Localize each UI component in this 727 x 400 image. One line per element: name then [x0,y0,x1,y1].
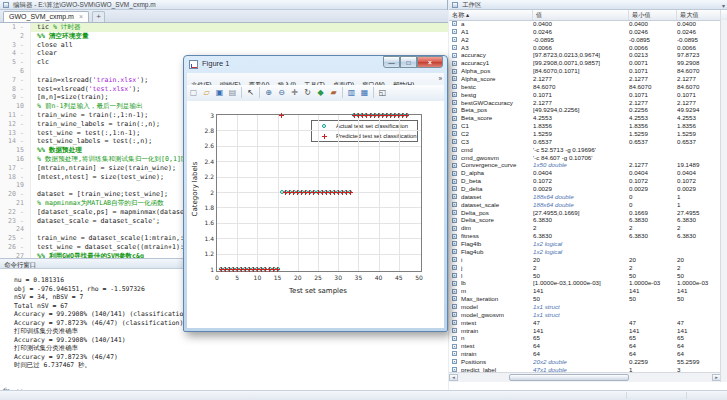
workspace-row[interactable]: ntest646464 [449,342,721,350]
command-prompt-row[interactable]: fx >> [2,379,25,388]
code-token: [mtrain,ntrain] = size(train_wine); [37,164,176,172]
variable-max: 64 [677,342,721,350]
variable-grid-icon [452,249,457,254]
variable-grid-icon [452,281,457,286]
new-tab-button[interactable]: + [92,11,105,22]
variable-max: 97.8723 [677,51,721,59]
column-header-name[interactable]: 名称 ▴ [449,10,533,20]
insert-legend-icon[interactable]: ▦ [359,87,370,98]
workspace-row[interactable]: C11.83561.83561.8356 [449,122,721,130]
command-output-line: 时间已过 6.737467 秒。 [14,361,440,370]
variable-min: 0.0029 [629,185,675,193]
column-header-max[interactable]: 最大值 [677,10,721,20]
variable-value: 47 [533,319,627,327]
workspace-row[interactable]: Alpha_pos[84.6070,0.1071]0.107184.6070 [449,67,721,75]
workspace-row[interactable]: m141141141 [449,287,721,295]
rotate-3d-icon[interactable]: ↻ [302,87,313,98]
scrollbar-thumb[interactable] [509,374,629,381]
workspace-row[interactable]: i202020 [449,256,721,264]
workspace-row[interactable]: D_beta0.10720.10720.1072 [449,177,721,185]
y-tick-label: 2.4 [200,158,214,165]
workspace-row[interactable]: n656565 [449,334,721,342]
workspace-row[interactable]: accuracy1[99.2908,0.0071,0.9857]0.007199… [449,59,721,67]
variable-max: 65 [677,334,721,342]
workspace-row[interactable]: mtest474747 [449,319,721,327]
tab-close-icon[interactable]: × [79,13,83,20]
code-line[interactable]: 2%% 清空环境变量 [0,32,448,41]
menu-overflow-icon[interactable]: » [438,73,442,85]
workspace-row[interactable]: Flag4lb1x2 logical [449,240,721,248]
save-icon[interactable]: ▣ [214,87,225,98]
variable-name: A2 [461,36,531,44]
workspace-row[interactable]: Max_iteration505050 [449,295,721,303]
tab-gwo-svm-file[interactable]: GWO_SVM_cxmp.m× [3,11,89,22]
workspace-row[interactable]: dim222 [449,224,721,232]
data-cursor-icon[interactable]: ◆ [315,87,326,98]
workspace-row[interactable]: bestc84.607084.607084.6070 [449,83,721,91]
code-line[interactable]: 1 -tic % 计时器 [0,23,448,32]
workspace-row[interactable]: Convergence_curve1x50 double2.127719.148… [449,161,721,169]
cursor-arrow-icon[interactable]: ↖ [245,87,256,98]
zoom-out-icon[interactable]: ⊖ [276,87,287,98]
scroll-left-icon[interactable]: ◂ [449,374,458,381]
zoom-in-icon[interactable]: ⊕ [263,87,274,98]
workspace-row[interactable]: dataset188x64 double01 [449,193,721,201]
close-button[interactable]: × [417,56,443,68]
workspace-row[interactable]: A2-0.0895-0.0895-0.0895 [449,36,721,44]
workspace-row[interactable]: Positions20x2 double0.225955.2599 [449,358,721,366]
brush-data-icon[interactable]: ▰ [328,87,339,98]
workspace-row[interactable]: A30.00660.00660.0066 [449,44,721,52]
cross-stroke [289,190,290,195]
variable-max: 0.0404 [677,169,721,177]
workspace-row[interactable]: D_delta0.00290.00290.0029 [449,185,721,193]
workspace-row[interactable]: lb[1.0000e-03,1.0000e-03]1.0000e-031.000… [449,279,721,287]
code-token: [m,n]=size(train); [37,93,108,101]
workspace-row[interactable]: Delta_score6.38306.38306.3830 [449,216,721,224]
pan-hand-icon[interactable]: ✛ [289,87,300,98]
variable-grid-icon [452,320,457,325]
workspace-row[interactable]: dataset_scale188x64 double01 [449,201,721,209]
workspace-row[interactable]: C30.65370.65370.6537 [449,138,721,146]
workspace-row[interactable]: bestg0.10710.10710.1071 [449,91,721,99]
cross-stroke [257,267,258,272]
column-header-value[interactable]: 值 [533,10,629,20]
line-number: 13 - [0,129,31,138]
code-line[interactable]: 3 -close all [0,41,448,50]
print-icon[interactable]: ▤ [227,87,238,98]
workspace-horizontal-scrollbar[interactable]: ◂ ▸ [449,372,721,382]
workspace-row[interactable]: cmd'-c 52.5713 -g 0.19696' [449,146,721,154]
workspace-row[interactable]: accuracy[97.8723,0.0213,0.9674]0.021397.… [449,51,721,59]
workspace-row[interactable]: model_gwosvm1x1 struct [449,311,721,319]
workspace-row[interactable]: Alpha_score2.12772.12772.1277 [449,75,721,83]
workspace-row[interactable]: Flag4ub1x2 logical [449,248,721,256]
editor-icon [3,2,9,8]
maximize-button[interactable]: □ [400,56,417,68]
variable-max: 27.4955 [677,209,721,217]
workspace-row[interactable]: Delta_pos[27.4955,0.1669]0.166927.4955 [449,209,721,217]
workspace-row[interactable]: fitness6.38306.38306.3830 [449,232,721,240]
workspace-row[interactable]: bestGWOaccuracy2.12772.12772.1277 [449,99,721,107]
workspace-row[interactable]: Beta_score4.25534.25534.2553 [449,114,721,122]
plot-axes[interactable]: Actual test set classificationPredicted … [216,114,422,272]
workspace-row[interactable]: l505050 [449,272,721,280]
workspace-row[interactable]: A10.02460.02460.0246 [449,28,721,36]
minimize-button[interactable]: — [383,56,400,68]
workspace-row[interactable]: mtrain141141141 [449,327,721,335]
workspace-row[interactable]: C21.52591.52591.5259 [449,130,721,138]
workspace-row[interactable]: Beta_pos[49.9294,0.2256]0.225649.9294 [449,106,721,114]
workspace-row[interactable]: j222 [449,264,721,272]
column-header-min[interactable]: 最小值 [629,10,677,20]
dock-figure-icon[interactable]: ◱ [377,87,388,98]
gridline-horizontal [217,161,421,162]
workspace-row[interactable]: model1x1 struct [449,303,721,311]
new-figure-icon[interactable]: ▢ [188,87,199,98]
workspace-vertical-scrollbar[interactable] [720,20,727,382]
open-file-icon[interactable]: ▱ [201,87,212,98]
workspace-row[interactable]: ntrain646464 [449,350,721,358]
insert-colorbar-icon[interactable]: ▥ [346,87,357,98]
workspace-menu-icon[interactable]: ▾ [722,1,725,10]
workspace-row[interactable]: cmd_gwosvm'-c 84.607 -g 0.10706' [449,154,721,162]
workspace-row[interactable]: D_alpha0.04040.04040.0404 [449,169,721,177]
figure-titlebar[interactable]: Figure 1 —□× [184,56,447,73]
workspace-row[interactable]: a0.04000.04000.0400 [449,20,721,28]
